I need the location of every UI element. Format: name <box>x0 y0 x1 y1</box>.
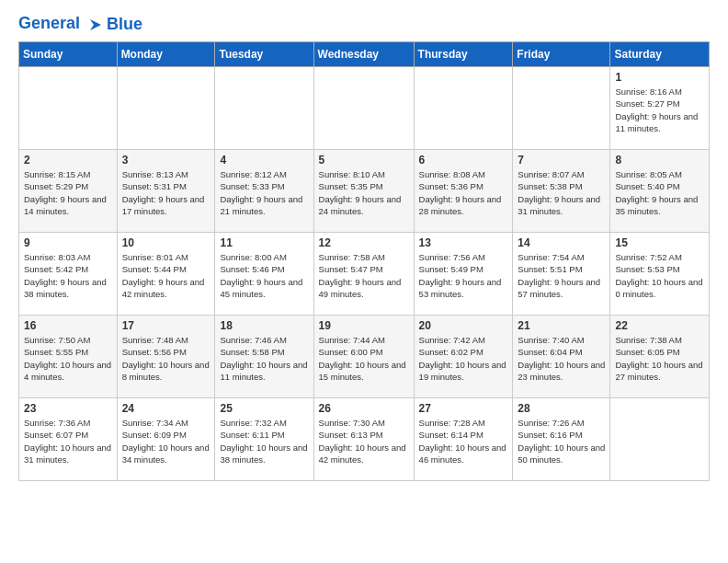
logo-blue: Blue <box>107 15 142 34</box>
calendar-day: 24Sunrise: 7:34 AM Sunset: 6:09 PM Dayli… <box>117 398 215 481</box>
day-number: 20 <box>419 319 508 332</box>
day-info: Sunrise: 7:26 AM Sunset: 6:16 PM Dayligh… <box>518 417 605 465</box>
calendar-day: 4Sunrise: 8:12 AM Sunset: 5:33 PM Daylig… <box>215 150 313 233</box>
calendar-body: 1Sunrise: 8:16 AM Sunset: 5:27 PM Daylig… <box>19 67 710 481</box>
day-number: 8 <box>615 154 704 167</box>
day-info: Sunrise: 7:58 AM Sunset: 5:47 PM Dayligh… <box>319 251 409 300</box>
day-number: 17 <box>122 319 210 332</box>
day-number: 19 <box>319 319 409 332</box>
day-number: 7 <box>518 154 605 167</box>
day-info: Sunrise: 8:10 AM Sunset: 5:35 PM Dayligh… <box>319 168 409 217</box>
day-number: 2 <box>24 154 112 167</box>
calendar-day: 6Sunrise: 8:08 AM Sunset: 5:36 PM Daylig… <box>414 150 513 233</box>
calendar-day <box>117 67 215 150</box>
weekday-header-friday: Friday <box>513 42 610 67</box>
logo: General Blue <box>18 15 142 34</box>
calendar-day: 17Sunrise: 7:48 AM Sunset: 5:56 PM Dayli… <box>117 316 215 398</box>
day-info: Sunrise: 8:13 AM Sunset: 5:31 PM Dayligh… <box>122 168 210 217</box>
calendar-week-row: 1Sunrise: 8:16 AM Sunset: 5:27 PM Daylig… <box>19 67 710 150</box>
day-info: Sunrise: 8:12 AM Sunset: 5:33 PM Dayligh… <box>220 168 308 217</box>
weekday-header-saturday: Saturday <box>610 42 710 67</box>
calendar-day: 2Sunrise: 8:15 AM Sunset: 5:29 PM Daylig… <box>19 150 118 233</box>
day-info: Sunrise: 7:38 AM Sunset: 6:05 PM Dayligh… <box>615 334 704 383</box>
day-number: 13 <box>419 236 508 249</box>
day-number: 23 <box>24 402 112 415</box>
calendar-day <box>313 67 414 150</box>
day-info: Sunrise: 8:01 AM Sunset: 5:44 PM Dayligh… <box>122 251 210 300</box>
calendar-day <box>513 67 610 150</box>
calendar-day: 20Sunrise: 7:42 AM Sunset: 6:02 PM Dayli… <box>414 316 513 398</box>
day-info: Sunrise: 7:40 AM Sunset: 6:04 PM Dayligh… <box>518 334 605 383</box>
day-number: 28 <box>518 402 605 415</box>
calendar-day <box>19 67 118 150</box>
calendar-day: 3Sunrise: 8:13 AM Sunset: 5:31 PM Daylig… <box>117 150 215 233</box>
calendar-day: 25Sunrise: 7:32 AM Sunset: 6:11 PM Dayli… <box>215 398 313 481</box>
calendar-day: 13Sunrise: 7:56 AM Sunset: 5:49 PM Dayli… <box>414 233 513 316</box>
day-info: Sunrise: 8:16 AM Sunset: 5:27 PM Dayligh… <box>615 86 704 134</box>
calendar-day: 26Sunrise: 7:30 AM Sunset: 6:13 PM Dayli… <box>313 398 414 481</box>
calendar-day <box>414 67 513 150</box>
day-info: Sunrise: 8:00 AM Sunset: 5:46 PM Dayligh… <box>220 251 308 300</box>
svg-marker-0 <box>90 19 101 30</box>
day-number: 25 <box>220 402 308 415</box>
day-number: 18 <box>220 319 308 332</box>
day-info: Sunrise: 7:54 AM Sunset: 5:51 PM Dayligh… <box>518 251 605 300</box>
day-number: 15 <box>615 236 704 249</box>
calendar-header-row: SundayMondayTuesdayWednesdayThursdayFrid… <box>19 42 710 67</box>
day-info: Sunrise: 7:46 AM Sunset: 5:58 PM Dayligh… <box>220 334 308 383</box>
day-number: 24 <box>122 402 210 415</box>
day-number: 4 <box>220 154 308 167</box>
calendar-day: 10Sunrise: 8:01 AM Sunset: 5:44 PM Dayli… <box>117 233 215 316</box>
weekday-header-tuesday: Tuesday <box>215 42 313 67</box>
calendar-day: 8Sunrise: 8:05 AM Sunset: 5:40 PM Daylig… <box>610 150 710 233</box>
day-info: Sunrise: 7:28 AM Sunset: 6:14 PM Dayligh… <box>419 417 508 465</box>
day-number: 5 <box>319 154 409 167</box>
calendar: SundayMondayTuesdayWednesdayThursdayFrid… <box>18 41 710 481</box>
day-info: Sunrise: 7:34 AM Sunset: 6:09 PM Dayligh… <box>122 417 210 465</box>
day-info: Sunrise: 8:07 AM Sunset: 5:38 PM Dayligh… <box>518 168 605 217</box>
day-number: 21 <box>518 319 605 332</box>
day-number: 11 <box>220 236 308 249</box>
day-info: Sunrise: 8:03 AM Sunset: 5:42 PM Dayligh… <box>24 251 112 300</box>
calendar-day: 19Sunrise: 7:44 AM Sunset: 6:00 PM Dayli… <box>313 316 414 398</box>
calendar-day: 23Sunrise: 7:36 AM Sunset: 6:07 PM Dayli… <box>19 398 118 481</box>
calendar-day: 1Sunrise: 8:16 AM Sunset: 5:27 PM Daylig… <box>610 67 710 150</box>
weekday-header-thursday: Thursday <box>414 42 513 67</box>
calendar-day <box>610 398 710 481</box>
calendar-day: 11Sunrise: 8:00 AM Sunset: 5:46 PM Dayli… <box>215 233 313 316</box>
day-info: Sunrise: 8:15 AM Sunset: 5:29 PM Dayligh… <box>24 168 112 217</box>
day-info: Sunrise: 7:30 AM Sunset: 6:13 PM Dayligh… <box>319 417 409 465</box>
day-info: Sunrise: 7:42 AM Sunset: 6:02 PM Dayligh… <box>419 334 508 383</box>
day-info: Sunrise: 7:36 AM Sunset: 6:07 PM Dayligh… <box>24 417 112 465</box>
day-number: 22 <box>615 319 704 332</box>
weekday-header-monday: Monday <box>117 42 215 67</box>
calendar-day: 28Sunrise: 7:26 AM Sunset: 6:16 PM Dayli… <box>513 398 610 481</box>
day-info: Sunrise: 7:48 AM Sunset: 5:56 PM Dayligh… <box>122 334 210 383</box>
day-number: 12 <box>319 236 409 249</box>
calendar-day: 21Sunrise: 7:40 AM Sunset: 6:04 PM Dayli… <box>513 316 610 398</box>
day-info: Sunrise: 8:05 AM Sunset: 5:40 PM Dayligh… <box>615 168 704 217</box>
day-info: Sunrise: 7:52 AM Sunset: 5:53 PM Dayligh… <box>615 251 704 300</box>
calendar-day: 16Sunrise: 7:50 AM Sunset: 5:55 PM Dayli… <box>19 316 118 398</box>
calendar-day: 14Sunrise: 7:54 AM Sunset: 5:51 PM Dayli… <box>513 233 610 316</box>
calendar-week-row: 23Sunrise: 7:36 AM Sunset: 6:07 PM Dayli… <box>19 398 710 481</box>
day-number: 26 <box>319 402 409 415</box>
calendar-day: 22Sunrise: 7:38 AM Sunset: 6:05 PM Dayli… <box>610 316 710 398</box>
day-number: 9 <box>24 236 112 249</box>
day-number: 6 <box>419 154 508 167</box>
logo-arrow-icon <box>86 16 105 34</box>
day-number: 1 <box>615 71 704 84</box>
day-number: 10 <box>122 236 210 249</box>
calendar-day: 18Sunrise: 7:46 AM Sunset: 5:58 PM Dayli… <box>215 316 313 398</box>
calendar-day: 9Sunrise: 8:03 AM Sunset: 5:42 PM Daylig… <box>19 233 118 316</box>
calendar-day <box>215 67 313 150</box>
day-number: 14 <box>518 236 605 249</box>
day-number: 3 <box>122 154 210 167</box>
calendar-day: 5Sunrise: 8:10 AM Sunset: 5:35 PM Daylig… <box>313 150 414 233</box>
day-info: Sunrise: 7:32 AM Sunset: 6:11 PM Dayligh… <box>220 417 308 465</box>
calendar-day: 15Sunrise: 7:52 AM Sunset: 5:53 PM Dayli… <box>610 233 710 316</box>
day-number: 27 <box>419 402 508 415</box>
calendar-day: 27Sunrise: 7:28 AM Sunset: 6:14 PM Dayli… <box>414 398 513 481</box>
day-info: Sunrise: 7:56 AM Sunset: 5:49 PM Dayligh… <box>419 251 508 300</box>
logo-general: General <box>18 14 80 32</box>
